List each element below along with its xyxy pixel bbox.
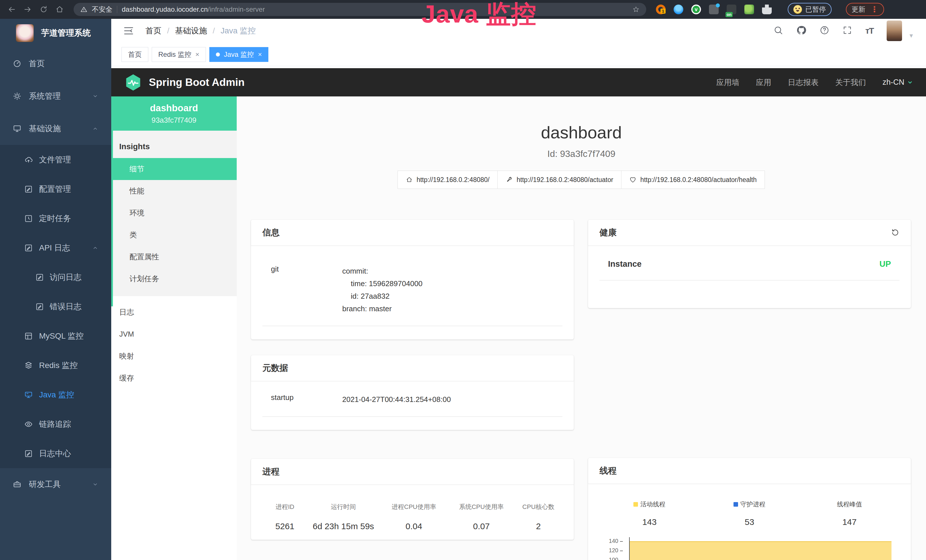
browser-menu-kebab-icon[interactable]: ⋮	[870, 5, 878, 14]
sidebar-item-infrastructure[interactable]: 基础设施	[0, 112, 111, 145]
sba-nav-applications[interactable]: 应用	[756, 77, 771, 88]
gauge-icon	[13, 59, 21, 68]
instance-heading: dashboard Id: 93a3fc7f7409	[237, 123, 926, 159]
sba-nav: 应用墙 应用 日志报表 关于我们 zh-CN	[716, 77, 913, 88]
info-row-value: commit: time: 1596289704000 id: 27aa832 …	[342, 265, 423, 315]
tab-java-monitor[interactable]: Java 监控 ×	[209, 47, 268, 62]
sidebar-item-error-logs[interactable]: 错误日志	[0, 292, 111, 321]
legend-swatch-daemon	[734, 502, 738, 507]
sidebar-item-api-logs[interactable]: API 日志	[0, 233, 111, 262]
health-row-label: Instance	[608, 259, 642, 269]
extension-leaf-icon[interactable]	[744, 5, 754, 14]
metadata-row-startup: startup 2021-04-27T00:44:31.254+08:00	[262, 387, 562, 417]
menu-item-environment[interactable]: 环境	[111, 202, 237, 224]
legend-label-daemon: 守护进程	[740, 500, 766, 509]
close-icon[interactable]: ×	[258, 51, 262, 58]
topbar-actions: ᴛT ▼	[773, 21, 914, 41]
menu-item-scheduled-tasks[interactable]: 计划任务	[111, 268, 237, 290]
breadcrumb: 首页 / 基础设施 / Java 监控	[145, 26, 256, 36]
font-size-icon[interactable]: ᴛT	[865, 26, 873, 36]
sba-nav-about[interactable]: 关于我们	[835, 77, 866, 88]
page-tab-bar: 首页 Redis 监控 × Java 监控 ×	[111, 43, 926, 66]
sidebar-item-dev-tools[interactable]: 研发工具	[0, 468, 111, 501]
legend-label-peak: 线程峰值	[837, 500, 862, 509]
tab-redis-monitor[interactable]: Redis 监控 ×	[152, 47, 206, 62]
profile-paused-badge[interactable]: 已暂停	[788, 3, 832, 16]
menu-item-details[interactable]: 细节	[111, 158, 237, 180]
tab-home[interactable]: 首页	[121, 47, 148, 62]
actuator-url-link[interactable]: http://192.168.0.2:48080/actuator	[497, 171, 622, 189]
menu-item-classes[interactable]: 类	[111, 224, 237, 246]
menu-item-mappings[interactable]: 映射	[111, 345, 237, 367]
health-url-link[interactable]: http://192.168.0.2:48080/actuator/health	[621, 171, 765, 189]
threads-legend: 活动线程 143 守护进程 53 线程峰值 147	[599, 500, 899, 527]
menu-item-config-props[interactable]: 配置属性	[111, 246, 237, 268]
sidebar-item-file-mgmt[interactable]: 文件管理	[0, 145, 111, 174]
menu-item-caches[interactable]: 缓存	[111, 367, 237, 389]
gear-icon	[13, 92, 21, 100]
sidebar-item-home[interactable]: 首页	[0, 47, 111, 80]
extension-pin-icon[interactable]	[673, 5, 683, 14]
active-threads-area	[630, 541, 891, 560]
sidebar-item-redis-monitor[interactable]: Redis 监控	[0, 351, 111, 380]
app-logo-row[interactable]: 芋道管理系统	[0, 19, 111, 47]
github-icon[interactable]	[796, 25, 806, 36]
sba-nav-journal[interactable]: 日志报表	[788, 77, 819, 88]
extension-grid-icon[interactable]	[709, 5, 719, 14]
edit-icon	[24, 185, 33, 194]
breadcrumb-infrastructure[interactable]: 基础设施	[175, 26, 207, 36]
sidebar-scrollbar-thumb[interactable]	[111, 131, 113, 306]
sidebar-item-tracing[interactable]: 链路追踪	[0, 409, 111, 439]
menu-item-jvm[interactable]: JVM	[111, 323, 237, 345]
breadcrumb-home[interactable]: 首页	[145, 26, 162, 36]
sidebar-item-mysql-monitor[interactable]: MySQL 监控	[0, 321, 111, 351]
fullscreen-icon[interactable]	[843, 26, 852, 36]
forward-icon[interactable]	[23, 5, 32, 14]
service-url-link[interactable]: http://192.168.0.2:48080/	[398, 171, 498, 189]
sidebar-collapse-icon[interactable]	[123, 26, 134, 36]
process-table: 进程ID5261 运行时间6d 23h 15m 59s 进程CPU使用率0.04…	[262, 502, 562, 531]
help-icon[interactable]	[820, 26, 829, 36]
sba-language-select[interactable]: zh-CN	[882, 78, 913, 87]
sidebar-item-access-logs[interactable]: 访问日志	[0, 262, 111, 292]
paused-label: 已暂停	[805, 5, 826, 14]
extension-orange-icon[interactable]: 1	[656, 5, 666, 14]
menu-item-metrics[interactable]: 性能	[111, 180, 237, 202]
browser-update-button[interactable]: 更新 ⋮	[846, 3, 884, 16]
close-icon[interactable]: ×	[195, 51, 199, 58]
home-icon[interactable]	[55, 5, 64, 14]
user-avatar[interactable]	[887, 21, 902, 41]
legend-value-active: 143	[599, 517, 699, 527]
card-threads: 线程 活动线程 143 守护进程 53 线程峰值 147	[588, 458, 911, 560]
chevron-down-icon	[907, 80, 913, 85]
search-icon[interactable]	[773, 26, 783, 36]
app-title: 芋道管理系统	[41, 27, 91, 39]
sidebar-item-config-mgmt[interactable]: 配置管理	[0, 174, 111, 204]
address-bar[interactable]: 不安全 dashboard.yudao.iocoder.cn/infra/adm…	[74, 3, 646, 16]
card-health-title: 健康	[599, 227, 617, 239]
extension-green-circle-icon[interactable]: v	[691, 5, 701, 14]
timer-icon	[24, 214, 33, 223]
edit-note-icon	[24, 449, 33, 458]
menu-item-logs[interactable]: 日志	[111, 301, 237, 323]
extension-dark-icon[interactable]: on	[727, 5, 736, 14]
back-icon[interactable]	[8, 5, 16, 14]
bookmark-star-icon[interactable]	[632, 6, 639, 13]
sidebar-item-scheduled-tasks[interactable]: 定时任务	[0, 204, 111, 233]
sidebar-item-java-monitor[interactable]: Java 监控	[0, 380, 111, 409]
card-metadata: 元数据 startup 2021-04-27T00:44:31.254+08:0…	[251, 355, 574, 430]
process-col-cpu-cores: CPU核心数	[514, 502, 562, 511]
legend-swatch-active	[633, 502, 638, 507]
avatar-caret-icon[interactable]: ▼	[908, 33, 914, 39]
reload-icon[interactable]	[39, 5, 48, 14]
sba-brand[interactable]: Spring Boot Admin	[149, 76, 245, 88]
sidebar-item-log-center[interactable]: 日志中心	[0, 439, 111, 468]
history-icon[interactable]	[891, 228, 899, 237]
sba-nav-wallboard[interactable]: 应用墙	[716, 77, 739, 88]
layers-icon	[24, 361, 33, 370]
sba-logo-icon	[124, 74, 142, 91]
not-secure-warning-icon[interactable]	[80, 6, 87, 13]
sidebar-item-system-mgmt[interactable]: 系统管理	[0, 80, 111, 112]
extensions-puzzle-icon[interactable]	[762, 5, 772, 14]
edit-note-icon	[24, 244, 33, 252]
